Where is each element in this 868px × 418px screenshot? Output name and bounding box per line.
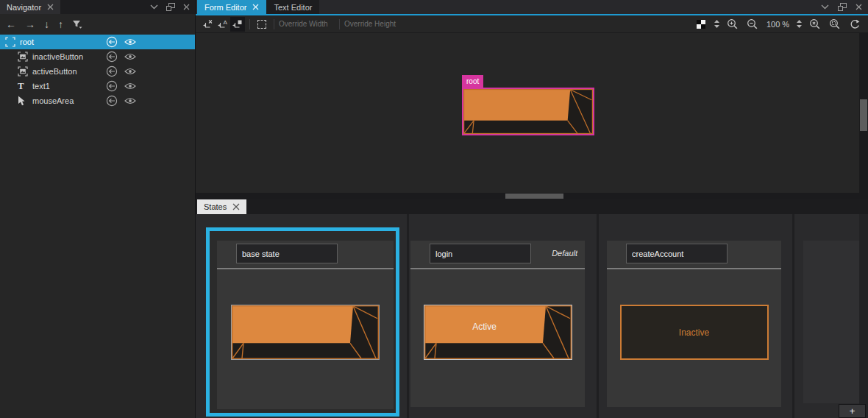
snap-anchors-button[interactable]: A [216,17,230,32]
stepper-icon[interactable] [796,19,803,29]
states-tab-label: States [204,202,227,211]
divider [274,19,274,29]
tree-item-label: mouseArea [32,96,74,105]
override-width-input[interactable] [279,18,335,31]
visibility-toggle[interactable] [124,53,136,60]
move-left-button[interactable]: ← [6,19,16,29]
states-gutter [859,214,868,418]
states-tabbar: States [196,199,868,214]
image-icon [18,52,28,62]
tree-item-text1[interactable]: T text1 [0,79,195,93]
divider [407,214,409,418]
button-text: Active [472,322,497,332]
close-icon[interactable] [47,4,54,10]
reset-view-button[interactable] [847,17,862,32]
state-card-partial [803,241,859,403]
zoom-controls: 100 % [694,17,868,32]
no-snapping-button[interactable] [201,17,216,32]
close-icon[interactable] [855,4,862,10]
override-height-input[interactable] [344,18,400,31]
export-toggle[interactable] [106,95,118,107]
divider [339,19,340,29]
navigator-dock-controls [150,0,190,14]
divider [792,214,794,418]
navigator-tabbar: Navigator [0,0,195,14]
tree-item-mousearea[interactable]: mouseArea [0,93,195,108]
add-state-button[interactable]: + [839,404,866,418]
float-window-icon[interactable] [166,3,175,11]
navigator-toolbar: ← → ↓ ↑ [0,14,195,35]
vertical-scrollbar[interactable] [859,33,868,193]
move-up-button[interactable]: ↑ [58,19,63,29]
tree-item-label: text1 [32,82,50,91]
tree-item-activebutton[interactable]: activeButton [0,64,195,79]
state-name-input[interactable] [236,244,338,263]
cursor-icon [18,96,26,106]
close-icon[interactable] [232,203,240,210]
horizontal-scrollbar-thumb[interactable] [505,194,563,199]
export-toggle[interactable] [106,36,118,48]
export-toggle[interactable] [106,51,118,63]
state-card-createaccount[interactable]: Inactive [607,241,781,407]
tree-item-inactivebutton[interactable]: inactiveButton [0,49,195,64]
svg-text:A: A [223,19,227,26]
button-text: Inactive [679,327,709,338]
close-icon[interactable] [252,4,259,10]
selection-rect-root[interactable] [462,88,594,135]
tree-item-label: activeButton [32,67,77,76]
editor-tabbar: Form Editor Text Editor [196,0,868,14]
filter-icon[interactable] [72,20,82,29]
chevron-down-icon[interactable] [150,4,158,10]
selection-label: root [462,75,483,88]
navigator-panel: Navigator ← → ↓ ↑ [0,0,196,418]
state-thumbnail[interactable] [231,305,380,360]
state-name-input[interactable] [430,244,531,263]
stepper-icon[interactable] [714,19,720,29]
qt-design-studio-window: Navigator ← → ↓ ↑ [0,0,868,418]
tab-text-editor[interactable]: Text Editor [266,0,319,14]
checkerboard-icon [697,20,705,29]
state-selection-border [206,227,399,417]
visibility-toggle[interactable] [124,97,136,104]
move-down-button[interactable]: ↓ [44,19,49,29]
export-toggle[interactable] [106,65,118,77]
form-editor-canvas[interactable]: root [196,33,868,193]
image-icon [18,66,28,77]
root-borderimage [463,89,593,134]
zoom-all-button[interactable] [808,17,822,32]
divider [410,268,585,269]
tab-navigator[interactable]: Navigator [0,0,60,14]
zoom-out-button[interactable] [745,17,760,32]
divider [607,268,781,269]
tree-item-root[interactable]: root [0,35,195,49]
zoom-level: 100 % [765,20,791,29]
vertical-scrollbar-thumb[interactable] [860,99,867,131]
close-icon[interactable] [183,4,190,10]
tab-form-editor[interactable]: Form Editor [197,0,266,14]
form-editor-tab-label: Form Editor [204,3,246,12]
export-toggle[interactable] [106,80,118,92]
default-state-badge: Default [552,249,577,258]
visibility-toggle[interactable] [124,68,136,75]
visibility-toggle[interactable] [124,82,136,90]
show-bounding-rects-button[interactable] [255,17,269,32]
divider [217,268,394,269]
float-window-icon[interactable] [838,3,847,11]
navigator-tree: root inactiveButton [0,35,195,108]
move-right-button[interactable]: → [25,19,35,29]
visibility-toggle[interactable] [124,38,136,46]
tab-states[interactable]: States [197,199,246,214]
zoom-in-button[interactable] [725,17,740,32]
canvas-color-button[interactable] [694,17,708,32]
chevron-down-icon[interactable] [821,4,829,10]
divider [597,214,599,418]
state-thumbnail[interactable]: Inactive [620,305,769,360]
state-thumbnail[interactable]: Active [424,305,572,360]
horizontal-scrollbar[interactable] [196,193,868,199]
snap-no-anchors-button[interactable] [230,17,245,32]
zoom-selection-button[interactable] [828,17,842,32]
state-card-base-state[interactable] [217,241,394,409]
text-editor-tab-label: Text Editor [274,3,312,12]
state-card-login[interactable]: Default Active [410,241,585,407]
state-name-input[interactable] [626,244,728,263]
